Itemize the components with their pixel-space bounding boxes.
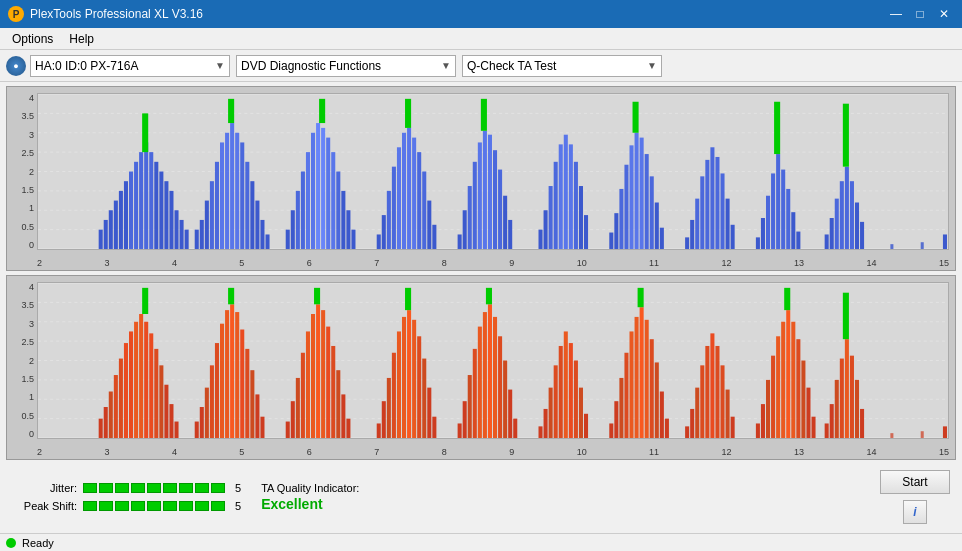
svg-rect-23 — [169, 191, 173, 249]
svg-rect-88 — [559, 144, 563, 249]
jitter-label: Jitter: — [12, 482, 77, 494]
svg-rect-183 — [250, 370, 254, 438]
start-button[interactable]: Start — [880, 470, 950, 494]
svg-rect-269 — [801, 361, 805, 439]
svg-rect-78 — [488, 135, 492, 249]
jitter-bar-8 — [195, 483, 209, 493]
jitter-bar-9 — [211, 483, 225, 493]
svg-rect-19 — [149, 152, 153, 249]
svg-rect-258 — [726, 390, 730, 438]
svg-rect-283 — [921, 431, 924, 438]
svg-rect-76 — [478, 142, 482, 249]
svg-rect-169 — [169, 404, 173, 438]
svg-rect-222 — [498, 336, 502, 438]
svg-rect-105 — [633, 102, 639, 133]
svg-rect-43 — [228, 99, 234, 123]
svg-rect-107 — [690, 220, 694, 249]
svg-rect-12 — [114, 201, 118, 249]
svg-rect-128 — [835, 199, 839, 249]
minimize-button[interactable]: — — [886, 5, 906, 23]
function-dropdown[interactable]: DVD Diagnostic Functions ▼ — [236, 55, 456, 77]
titlebar: P PlexTools Professional XL V3.16 — □ ✕ — [0, 0, 962, 28]
svg-rect-247 — [660, 392, 664, 439]
svg-rect-255 — [710, 333, 714, 438]
svg-rect-85 — [544, 210, 548, 249]
svg-rect-276 — [840, 359, 844, 438]
device-label: HA:0 ID:0 PX-716A — [35, 59, 211, 73]
svg-rect-274 — [830, 404, 834, 438]
svg-rect-197 — [336, 370, 340, 438]
svg-rect-184 — [255, 394, 259, 438]
svg-rect-104 — [660, 228, 664, 249]
svg-rect-11 — [109, 210, 113, 249]
svg-rect-108 — [695, 199, 699, 249]
test-dropdown[interactable]: Q-Check TA Test ▼ — [462, 55, 662, 77]
svg-rect-227 — [539, 426, 543, 438]
svg-rect-211 — [427, 388, 431, 438]
svg-rect-103 — [655, 203, 659, 250]
svg-rect-122 — [786, 189, 790, 249]
jitter-bar-6 — [163, 483, 177, 493]
svg-rect-62 — [392, 167, 396, 249]
svg-rect-40 — [255, 201, 259, 249]
svg-rect-175 — [210, 365, 214, 438]
svg-rect-259 — [731, 417, 735, 438]
svg-rect-114 — [726, 199, 730, 249]
svg-rect-214 — [458, 423, 462, 438]
svg-rect-204 — [392, 353, 396, 438]
svg-rect-196 — [331, 346, 335, 438]
svg-rect-13 — [119, 191, 123, 249]
svg-rect-231 — [559, 346, 563, 438]
svg-rect-98 — [630, 145, 634, 249]
svg-rect-253 — [700, 365, 704, 438]
svg-rect-124 — [796, 232, 800, 249]
svg-rect-218 — [478, 327, 482, 438]
device-dropdown[interactable]: HA:0 ID:0 PX-716A ▼ — [30, 55, 230, 77]
svg-rect-252 — [695, 388, 699, 438]
titlebar-controls: — □ ✕ — [886, 5, 954, 23]
svg-rect-101 — [645, 154, 649, 249]
top-chart: 4 3.5 3 2.5 2 1.5 1 0.5 0 — [6, 86, 956, 271]
status-text: Ready — [22, 537, 54, 549]
peak-shift-value: 5 — [235, 500, 241, 512]
svg-rect-265 — [781, 322, 785, 438]
menu-help[interactable]: Help — [61, 30, 102, 48]
svg-rect-137 — [943, 234, 947, 249]
svg-rect-21 — [159, 172, 163, 250]
svg-rect-125 — [774, 102, 780, 154]
status-indicator — [6, 538, 16, 548]
svg-rect-223 — [503, 361, 507, 439]
svg-rect-111 — [710, 147, 714, 249]
svg-rect-20 — [154, 162, 158, 249]
close-button[interactable]: ✕ — [934, 5, 954, 23]
svg-rect-25 — [180, 220, 184, 249]
svg-rect-60 — [382, 215, 386, 249]
svg-rect-181 — [240, 330, 244, 439]
jitter-value: 5 — [235, 482, 241, 494]
svg-rect-203 — [387, 378, 391, 438]
svg-rect-225 — [513, 419, 517, 438]
svg-rect-198 — [341, 394, 345, 438]
ta-quality-value: Excellent — [261, 496, 359, 512]
svg-rect-232 — [564, 331, 568, 438]
svg-rect-69 — [427, 201, 431, 249]
svg-rect-176 — [215, 343, 219, 438]
svg-rect-67 — [417, 152, 421, 249]
top-chart-y-axis: 4 3.5 3 2.5 2 1.5 1 0.5 0 — [7, 93, 37, 250]
info-button[interactable]: i — [903, 500, 927, 524]
svg-rect-155 — [99, 419, 103, 438]
maximize-button[interactable]: □ — [910, 5, 930, 23]
svg-rect-188 — [291, 401, 295, 438]
svg-rect-135 — [890, 244, 893, 249]
svg-rect-281 — [843, 293, 849, 340]
svg-rect-41 — [260, 220, 264, 249]
svg-rect-246 — [655, 362, 659, 438]
svg-rect-134 — [843, 104, 849, 167]
svg-rect-256 — [715, 346, 719, 438]
svg-rect-199 — [346, 419, 350, 438]
menu-options[interactable]: Options — [4, 30, 61, 48]
svg-rect-168 — [164, 385, 168, 438]
svg-rect-245 — [650, 339, 654, 438]
svg-rect-73 — [463, 210, 467, 249]
svg-rect-233 — [569, 343, 573, 438]
